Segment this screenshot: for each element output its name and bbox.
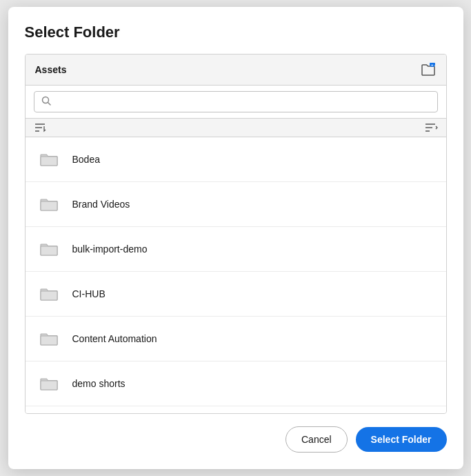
- folder-list: Bodea Brand Videos bulk-import-demo: [26, 137, 446, 413]
- folder-item[interactable]: Bodea: [26, 137, 446, 182]
- select-folder-dialog: Select Folder Assets +: [8, 7, 463, 469]
- folder-name: bulk-import-demo: [72, 244, 148, 255]
- search-input-wrapper[interactable]: [34, 91, 438, 112]
- search-icon: [41, 96, 51, 108]
- folder-name: Brand Videos: [72, 199, 130, 210]
- assets-folder-icon[interactable]: +: [420, 61, 437, 78]
- dialog-footer: Cancel Select Folder: [25, 426, 447, 453]
- folder-icon: [37, 147, 61, 172]
- folder-icon: [37, 371, 61, 396]
- folder-name: Bodea: [72, 154, 100, 165]
- folder-icon: [37, 281, 61, 306]
- folder-item[interactable]: Distribution Portal: [26, 406, 446, 413]
- svg-text:+: +: [431, 63, 434, 67]
- folder-icon: [37, 192, 61, 217]
- folder-item[interactable]: demo shorts: [26, 361, 446, 406]
- dialog-title: Select Folder: [25, 23, 447, 41]
- folder-item[interactable]: Content Automation: [26, 317, 446, 361]
- select-folder-button[interactable]: Select Folder: [356, 427, 447, 452]
- sort-button[interactable]: [34, 123, 46, 132]
- folder-item[interactable]: bulk-import-demo: [26, 227, 446, 272]
- folder-item[interactable]: Brand Videos: [26, 182, 446, 227]
- folder-name: demo shorts: [72, 378, 126, 389]
- folder-name: Content Automation: [72, 333, 157, 344]
- panel-header: Assets +: [26, 54, 446, 86]
- folder-item[interactable]: CI-HUB: [26, 272, 446, 317]
- assets-panel: Assets +: [25, 54, 447, 414]
- panel-header-title: Assets: [35, 64, 67, 75]
- toolbar-bar: [26, 119, 446, 137]
- search-input[interactable]: [57, 97, 430, 108]
- search-bar: [26, 86, 446, 119]
- filter-button[interactable]: [424, 123, 438, 132]
- folder-name: CI-HUB: [72, 288, 106, 299]
- folder-icon: [37, 326, 61, 351]
- folder-icon: [37, 237, 61, 261]
- cancel-button[interactable]: Cancel: [285, 426, 348, 453]
- svg-line-3: [48, 103, 50, 106]
